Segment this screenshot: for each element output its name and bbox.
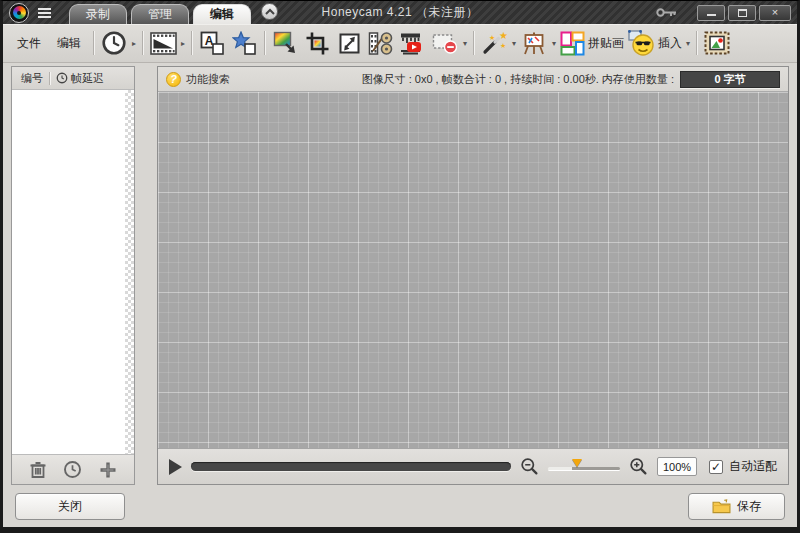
frame-list-scrollbar[interactable]: [125, 90, 134, 454]
trash-icon: [29, 460, 47, 479]
autofit-label[interactable]: 自动适配: [729, 458, 777, 475]
tab-manage[interactable]: 管理: [131, 4, 189, 24]
frame-list[interactable]: [12, 90, 134, 454]
remove-frame-button[interactable]: [429, 27, 461, 59]
collapse-ribbon-button[interactable]: [261, 3, 278, 20]
zoom-in-button[interactable]: [629, 457, 648, 476]
toolbar-separator: [142, 31, 143, 55]
collage-grid-icon: [560, 31, 585, 56]
plus-icon: [99, 461, 117, 479]
star-icon: ★: [499, 31, 507, 41]
star-icon: ★: [489, 34, 495, 41]
remove-frame-dropdown[interactable]: ▾: [461, 39, 469, 48]
magic-wand-icon: ★ ★ ★: [481, 31, 507, 56]
delay-clock-icon: [56, 72, 68, 84]
check-icon: ✓: [711, 460, 721, 474]
maximize-button[interactable]: [728, 5, 756, 21]
content-area: 编号 帧延迟: [3, 63, 797, 485]
hamburger-menu-icon[interactable]: [33, 5, 55, 21]
photo-frame-button[interactable]: [701, 27, 733, 59]
add-frame-button[interactable]: [92, 458, 124, 482]
toolbar-separator: [696, 31, 697, 55]
canvas-size-button[interactable]: [333, 27, 365, 59]
frame-delay-dropdown[interactable]: ▸: [130, 39, 138, 48]
footer-bar: 关闭 保存: [3, 485, 797, 527]
toolbar-separator: [191, 31, 192, 55]
collage-button[interactable]: 拼贴画: [558, 27, 626, 59]
play-button[interactable]: [169, 459, 182, 475]
playback-bar: 100% ✓ 自动适配: [158, 448, 788, 484]
minimize-button[interactable]: [697, 5, 725, 21]
zoom-in-icon: [629, 457, 648, 476]
tab-manage-label: 管理: [148, 6, 172, 23]
zoom-slider[interactable]: [548, 458, 620, 476]
header-separator: [49, 72, 50, 85]
titlebar: 录制 管理 编辑 Honeycam 4.21 （未注册） ×: [3, 1, 797, 24]
draw-button[interactable]: [518, 27, 550, 59]
frame-delay-list-button[interactable]: [57, 458, 89, 482]
tab-record-label: 录制: [86, 6, 110, 23]
zoom-out-button[interactable]: [520, 457, 539, 476]
canvas-resize-icon: [337, 31, 362, 56]
frame-list-toolbar: [12, 454, 134, 484]
help-icon[interactable]: ?: [166, 72, 181, 87]
register-button[interactable]: [656, 7, 678, 18]
clock-icon: [63, 460, 82, 479]
add-text-button[interactable]: A: [196, 27, 228, 59]
memory-usage-badge: 0 字节: [680, 71, 780, 88]
collage-label: 拼贴画: [588, 35, 624, 52]
tab-edit[interactable]: 编辑: [193, 4, 251, 24]
info-bar: ? 功能搜索 图像尺寸 : 0x0 , 帧数合计 : 0 , 持续时间 : 0.…: [158, 67, 788, 92]
export-video-button[interactable]: [397, 27, 429, 59]
close-icon: ×: [772, 7, 778, 18]
edit-canvas[interactable]: [158, 92, 788, 448]
save-button[interactable]: 保存: [688, 493, 785, 520]
mode-tabs: 录制 管理 编辑: [69, 1, 251, 24]
frame-tools-dropdown[interactable]: ▸: [179, 39, 187, 48]
zoom-slider-groove: [548, 467, 620, 470]
add-sticker-button[interactable]: [228, 27, 260, 59]
effects-dropdown[interactable]: ▾: [510, 39, 518, 48]
video-press-icon: [399, 31, 427, 56]
menu-file[interactable]: 文件: [9, 31, 49, 56]
insert-dropdown[interactable]: ▾: [684, 39, 692, 48]
film-reels-icon: [368, 31, 394, 56]
tab-record[interactable]: 录制: [69, 4, 127, 24]
editor-panel: ? 功能搜索 图像尺寸 : 0x0 , 帧数合计 : 0 , 持续时间 : 0.…: [157, 66, 789, 485]
frame-list-header: 编号 帧延迟: [12, 67, 134, 90]
key-icon: [656, 7, 678, 18]
smiley-sunglasses-icon: [628, 30, 655, 56]
sticker-star-icon: [232, 31, 257, 56]
toolbar-separator: [264, 31, 265, 55]
minimize-icon: [707, 14, 716, 16]
autofit-checkbox[interactable]: ✓: [709, 460, 723, 474]
draw-dropdown[interactable]: ▾: [550, 39, 558, 48]
app-logo-icon[interactable]: [9, 3, 29, 23]
close-editor-button[interactable]: 关闭: [15, 493, 125, 520]
column-number[interactable]: 编号: [21, 71, 43, 86]
edit-frames-button[interactable]: [365, 27, 397, 59]
feature-search[interactable]: 功能搜索: [186, 72, 230, 87]
color-wheel-icon: [13, 6, 26, 19]
menu-edit[interactable]: 编辑: [49, 31, 89, 56]
column-delay[interactable]: 帧延迟: [71, 71, 104, 86]
honeycam-window: 录制 管理 编辑 Honeycam 4.21 （未注册） × 文件 编辑: [0, 0, 800, 533]
zoom-slider-thumb[interactable]: [572, 459, 582, 467]
maximize-icon: [738, 9, 747, 17]
crop-button[interactable]: [301, 27, 333, 59]
seek-bar[interactable]: [191, 462, 511, 471]
film-frame-icon: [150, 32, 177, 55]
insert-button[interactable]: 插入: [626, 27, 684, 59]
resize-image-icon: [273, 31, 298, 56]
remove-frame-icon: [432, 31, 458, 55]
stamp-frame-icon: [704, 31, 730, 55]
effects-button[interactable]: ★ ★ ★: [478, 27, 510, 59]
frame-delay-button[interactable]: [98, 27, 130, 59]
delete-frame-button[interactable]: [22, 458, 54, 482]
text-icon: A: [200, 31, 225, 56]
zoom-level-field[interactable]: 100%: [657, 457, 697, 476]
frame-tools-button[interactable]: [147, 27, 179, 59]
star-icon: ★: [500, 42, 506, 49]
close-window-button[interactable]: ×: [759, 5, 791, 21]
resize-image-button[interactable]: [269, 27, 301, 59]
